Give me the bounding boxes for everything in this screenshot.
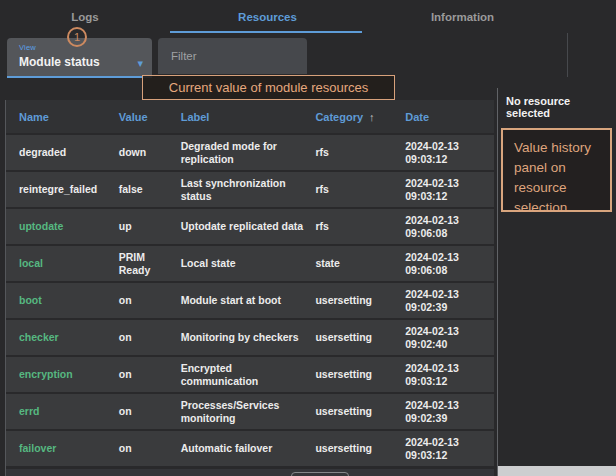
header-divider — [567, 33, 568, 77]
cell-label: Module start at boot — [181, 294, 316, 307]
cell-date: 2024-02-13 09:02:39 — [405, 288, 494, 314]
table-row[interactable]: reintegre_failed false Last synchronizat… — [6, 172, 494, 207]
cell-category: usersetting — [315, 368, 405, 381]
column-header-category-label: Category — [315, 111, 363, 123]
cell-category: rfs — [315, 146, 405, 159]
no-resource-message: No resource selected — [506, 95, 616, 119]
tab-logs[interactable]: Logs — [0, 0, 170, 33]
table-row[interactable]: local PRIM Ready Local state state 2024-… — [6, 246, 494, 281]
sort-ascending-icon: ↑ — [369, 111, 375, 123]
table-row[interactable]: failover on Automatic failover usersetti… — [6, 431, 494, 466]
cell-value: PRIM Ready — [119, 251, 181, 277]
cell-value: down — [119, 146, 181, 159]
cell-name: checker — [6, 331, 119, 344]
table-row[interactable]: checker on Monitoring by checkers userse… — [6, 320, 494, 355]
cell-label: Processes/Services monitoring — [181, 399, 316, 425]
cell-name: local — [6, 257, 119, 270]
cell-date: 2024-02-13 09:03:12 — [405, 436, 494, 462]
cell-date: 2024-02-13 09:02:39 — [405, 399, 494, 425]
cell-label: Automatic failover — [181, 442, 316, 455]
chevron-down-icon: ▾ — [137, 57, 143, 70]
cell-category: usersetting — [315, 331, 405, 344]
cell-label: Uptodate replicated data — [181, 220, 316, 233]
cell-category: usersetting — [315, 442, 405, 455]
resource-detail-panel: No resource selected Value history panel… — [497, 88, 616, 476]
column-header-value[interactable]: Value — [119, 111, 181, 123]
table-row[interactable]: boot on Module start at boot usersetting… — [6, 283, 494, 318]
cell-name: errd — [6, 405, 119, 418]
cell-value: on — [119, 294, 181, 307]
cell-category: rfs — [315, 220, 405, 233]
column-header-label[interactable]: Label — [181, 111, 316, 123]
cell-value: on — [119, 368, 181, 381]
app-window: Logs Resources Information View Module s… — [0, 0, 616, 476]
table-row[interactable]: encryption on Encrypted communication us… — [6, 357, 494, 392]
cell-category: usersetting — [315, 405, 405, 418]
cell-category: state — [315, 257, 405, 270]
cell-category: usersetting — [315, 294, 405, 307]
cell-value: on — [119, 405, 181, 418]
cell-date: 2024-02-13 09:06:08 — [405, 214, 494, 240]
tab-bar: Logs Resources Information — [0, 0, 560, 33]
annotation-value-history: Value history panel on resource selectio… — [501, 128, 612, 212]
scrollbar-corner — [498, 466, 616, 476]
filter-field — [158, 38, 307, 74]
active-tab-indicator — [170, 31, 362, 33]
cell-value: on — [119, 331, 181, 344]
cell-value: on — [119, 442, 181, 455]
table-header: Name Value Label Category↑ Date — [6, 100, 494, 133]
cell-label: Local state — [181, 257, 316, 270]
view-select-value: Module status — [19, 55, 142, 69]
cell-name: degraded — [6, 146, 119, 159]
cell-value: up — [119, 220, 181, 233]
table-row[interactable]: degraded down Degraded mode for replicat… — [6, 135, 494, 170]
step-1-annotation: 1 — [67, 27, 87, 47]
tab-information[interactable]: Information — [365, 0, 560, 33]
tab-resources[interactable]: Resources — [170, 0, 365, 33]
cell-label: Encrypted communication — [181, 362, 316, 388]
cell-name: reintegre_failed — [6, 183, 119, 196]
table-row[interactable]: uptodate up Uptodate replicated data rfs… — [6, 209, 494, 244]
cell-date: 2024-02-13 09:02:40 — [405, 325, 494, 351]
cell-date: 2024-02-13 09:03:12 — [405, 177, 494, 203]
cell-label: Last synchronization status — [181, 177, 316, 203]
cell-name: failover — [6, 442, 119, 455]
cell-date: 2024-02-13 09:03:12 — [405, 140, 494, 166]
table-row[interactable]: errd on Processes/Services monitoring us… — [6, 394, 494, 429]
page-size-select[interactable]: 10 ▾ — [291, 472, 349, 476]
cell-name: encryption — [6, 368, 119, 381]
paginator: Items per page 10 ▾ 1 - 9 of 9 ‹ › — [6, 469, 494, 476]
cell-label: Degraded mode for replication — [181, 140, 316, 166]
column-header-category[interactable]: Category↑ — [315, 111, 405, 123]
filter-input[interactable] — [158, 38, 320, 74]
cell-date: 2024-02-13 09:06:08 — [405, 251, 494, 277]
cell-name: uptodate — [6, 220, 119, 233]
cell-value: false — [119, 183, 181, 196]
tab-resources-label: Resources — [238, 11, 297, 23]
cell-name: boot — [6, 294, 119, 307]
annotation-current-value: Current value of module resources — [142, 75, 395, 100]
cell-date: 2024-02-13 09:03:12 — [405, 362, 494, 388]
cell-label: Monitoring by checkers — [181, 331, 316, 344]
column-header-name[interactable]: Name — [6, 111, 119, 123]
cell-category: rfs — [315, 183, 405, 196]
resources-table: Name Value Label Category↑ Date degraded… — [5, 100, 494, 476]
column-header-date[interactable]: Date — [405, 111, 494, 123]
